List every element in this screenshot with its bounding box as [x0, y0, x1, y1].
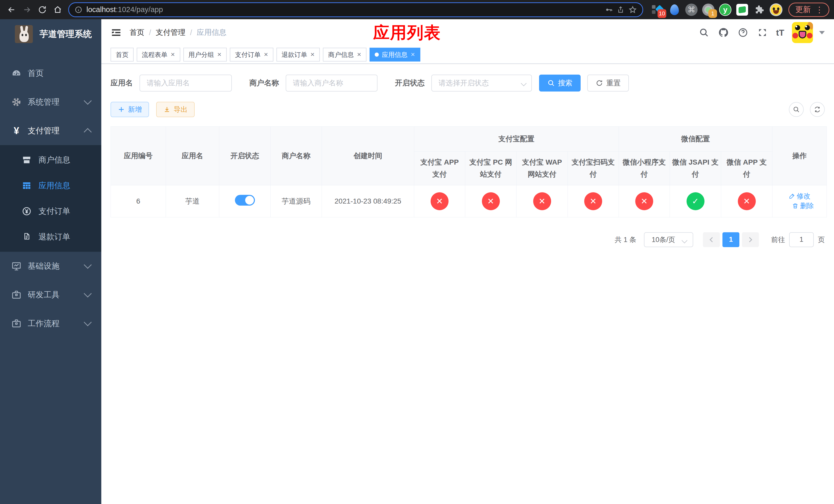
page-number-1[interactable]: 1: [722, 232, 739, 247]
breadcrumb-pay[interactable]: 支付管理: [156, 27, 185, 38]
extension-command-icon[interactable]: ⌘: [685, 3, 698, 17]
extension-chat-icon[interactable]: [736, 3, 749, 17]
close-tab-icon[interactable]: ✕: [171, 51, 175, 58]
goto-page-input[interactable]: [789, 232, 814, 247]
status-toggle[interactable]: [235, 195, 255, 206]
tab-process-form[interactable]: 流程表单 ✕: [137, 48, 180, 62]
status-select-input[interactable]: [431, 75, 532, 92]
prev-page-button[interactable]: [703, 232, 720, 247]
col-header-alipay-wap: 支付宝 WAP 网站支付: [517, 151, 568, 185]
command-glyph: ⌘: [687, 5, 695, 14]
close-tab-icon[interactable]: ✕: [264, 51, 268, 58]
tab-merchant-info[interactable]: 商户信息 ✕: [323, 48, 367, 62]
sidebar-item-label: 退款订单: [39, 231, 70, 242]
search-button[interactable]: 搜索: [539, 75, 580, 92]
sidebar-item-dev-tools[interactable]: 研发工具: [0, 280, 101, 309]
tab-home[interactable]: 首页: [111, 48, 134, 62]
group-header-wechat: 微信配置: [619, 127, 772, 152]
page-size-select[interactable]: 10条/页: [644, 232, 693, 247]
password-key-icon[interactable]: [605, 6, 613, 14]
browser-toolbar: localhost:1024/pay/app 10 ⌘ 1: [0, 0, 834, 19]
breadcrumb-home[interactable]: 首页: [130, 27, 145, 38]
sidebar-item-label: 首页: [28, 68, 44, 79]
bookmark-star-icon[interactable]: [629, 6, 637, 14]
browser-home-button[interactable]: [51, 3, 65, 17]
pay-submenu: 商户信息 应用信息 支付订单: [0, 145, 101, 252]
address-bar[interactable]: localhost:1024/pay/app: [68, 2, 643, 17]
merchant-name-label: 商户名称: [249, 78, 279, 88]
sidebar-item-refund-order[interactable]: 退款订单: [0, 224, 101, 250]
sidebar-item-system[interactable]: 系统管理: [0, 88, 101, 116]
wx-app-status-icon: ✕: [738, 192, 756, 210]
toggle-search-button[interactable]: [789, 102, 804, 117]
sidebar-item-workflow[interactable]: 工作流程: [0, 309, 101, 338]
close-tab-icon[interactable]: ✕: [357, 51, 361, 58]
breadcrumb-separator: /: [149, 28, 151, 37]
user-avatar[interactable]: [792, 22, 813, 43]
add-button-label: 新增: [128, 105, 142, 114]
edit-link[interactable]: 修改: [789, 191, 811, 201]
app-logo-row[interactable]: 芋道管理系统: [0, 19, 101, 49]
sidebar-item-infra[interactable]: 基础设施: [0, 252, 101, 280]
font-size-icon[interactable]: tT: [776, 28, 784, 38]
search-icon[interactable]: [698, 27, 710, 39]
sidebar-item-pay-order[interactable]: 支付订单: [0, 199, 101, 224]
close-tab-icon[interactable]: ✕: [411, 51, 415, 58]
browser-back-button[interactable]: [5, 3, 19, 17]
col-header-alipay-pc: 支付宝 PC 网站支付: [465, 151, 517, 185]
tab-label: 首页: [116, 50, 129, 59]
trash-icon: [792, 203, 798, 209]
extension-recorder-icon[interactable]: 1: [702, 3, 715, 17]
extensions-puzzle-icon[interactable]: [752, 3, 766, 17]
tab-app-info[interactable]: 应用信息 ✕: [370, 48, 420, 62]
share-icon[interactable]: [617, 6, 624, 14]
browser-reload-button[interactable]: [36, 3, 49, 17]
fullscreen-icon[interactable]: [756, 27, 768, 39]
sidebar-item-app-info[interactable]: 应用信息: [0, 173, 101, 199]
app-title: 芋道管理系统: [40, 28, 92, 40]
sidebar-item-label: 研发工具: [28, 290, 60, 300]
tab-pay-order[interactable]: 支付订单 ✕: [230, 48, 273, 62]
close-tab-icon[interactable]: ✕: [310, 51, 315, 58]
chevron-down-icon: [84, 318, 91, 326]
reset-button[interactable]: 重置: [587, 75, 629, 92]
sidebar-item-pay[interactable]: ¥ 支付管理: [0, 116, 101, 145]
help-icon[interactable]: [737, 27, 749, 39]
col-header-app-id: 应用编号: [111, 127, 166, 185]
browser-extensions: 10 ⌘ 1 y: [648, 3, 785, 17]
grid-icon: [21, 181, 32, 190]
site-info-icon[interactable]: [74, 6, 82, 14]
cell-app-id: 6: [111, 185, 166, 217]
caret-down-icon[interactable]: [819, 31, 825, 35]
sidebar-item-merchant-info[interactable]: 商户信息: [0, 147, 101, 173]
export-button[interactable]: 导出: [156, 102, 195, 117]
tab-user-group[interactable]: 用户分组 ✕: [183, 48, 227, 62]
add-button[interactable]: 新增: [111, 102, 149, 117]
github-icon[interactable]: [718, 27, 729, 39]
alipay-pc-status-icon: ✕: [482, 192, 500, 210]
status-select[interactable]: [431, 75, 532, 92]
sidebar-menu: 首页 系统管理 ¥ 支付管理 商户信息: [0, 59, 101, 338]
extension-kite-icon[interactable]: [668, 3, 681, 17]
yen-icon: ¥: [11, 125, 22, 136]
yen-circle-icon: [21, 206, 32, 216]
browser-menu-icon[interactable]: ⋮: [815, 5, 824, 15]
next-page-button[interactable]: [742, 232, 759, 247]
extension-y-icon[interactable]: y: [719, 3, 732, 17]
tab-refund-order[interactable]: 退款订单 ✕: [277, 48, 320, 62]
refresh-table-button[interactable]: [810, 102, 825, 117]
table-row: 6 芋道 芋道源码 2021-10-23 08:49:25 ✕ ✕ ✕ ✕ ✕ …: [111, 185, 827, 217]
sidebar-collapse-icon[interactable]: [111, 27, 122, 39]
url-host: localhost: [86, 5, 116, 14]
col-header-wx-app: 微信 APP 支付: [721, 151, 772, 185]
profile-avatar-icon[interactable]: [769, 3, 783, 17]
browser-forward-button[interactable]: [20, 3, 34, 17]
goto-suffix: 页: [818, 235, 825, 244]
close-tab-icon[interactable]: ✕: [217, 51, 222, 58]
extension-diamond-icon[interactable]: 10: [651, 3, 664, 17]
delete-link[interactable]: 删除: [792, 201, 814, 210]
sidebar-item-home[interactable]: 首页: [0, 59, 101, 88]
merchant-name-input[interactable]: [286, 75, 377, 92]
app-name-input[interactable]: [139, 75, 232, 92]
browser-update-button[interactable]: 更新 ⋮: [788, 3, 829, 17]
